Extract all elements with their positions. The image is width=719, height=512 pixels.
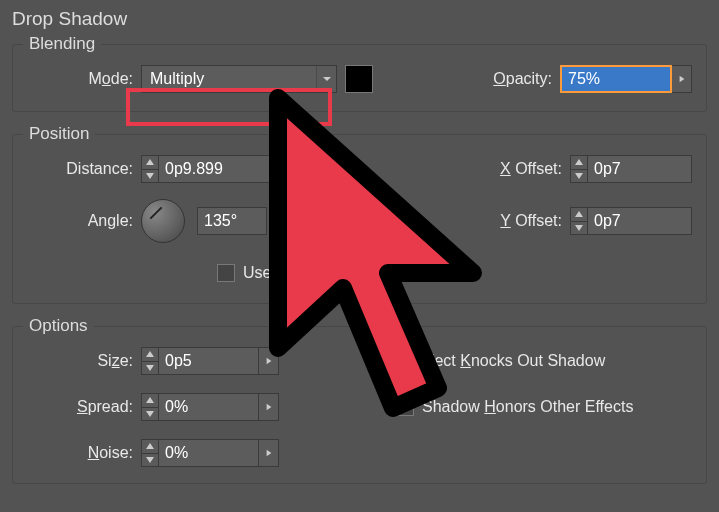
dropdown-arrow-icon (316, 66, 336, 92)
size-spinner[interactable] (141, 347, 159, 375)
distance-field[interactable]: 0p9.899 (141, 155, 279, 183)
xoffset-field[interactable]: 0p7 (570, 155, 692, 183)
position-legend: Position (23, 124, 95, 144)
angle-label: Angle: (27, 212, 133, 230)
position-group: Position Distance: 0p9.899 X Offset: 0p7… (12, 134, 707, 304)
opacity-value[interactable]: 75% (560, 65, 672, 93)
noise-label: Noise: (27, 444, 133, 462)
distance-label: Distance: (27, 160, 133, 178)
drop-shadow-panel: Drop Shadow Blending Mode: Multiply Opac… (0, 0, 719, 492)
options-legend: Options (23, 316, 94, 336)
xoffset-spinner[interactable] (570, 155, 588, 183)
knockout-label: bject Knocks Out Shadow (422, 352, 692, 370)
angle-dial[interactable] (141, 199, 185, 243)
spread-arrow-icon[interactable] (259, 393, 279, 421)
opacity-label: Opacity: (493, 70, 552, 88)
size-field[interactable]: 0p5 (141, 347, 279, 375)
yoffset-label: Y Offset: (500, 212, 562, 230)
options-group: Options Size: 0p5 bject Knocks Out Shado… (12, 326, 707, 484)
blending-legend: Blending (23, 34, 101, 54)
opacity-field[interactable]: 75% (560, 65, 692, 93)
honors-checkbox[interactable] (396, 398, 414, 416)
spread-field[interactable]: 0% (141, 393, 279, 421)
size-label: Size: (27, 352, 133, 370)
color-swatch[interactable] (345, 65, 373, 93)
mode-dropdown[interactable]: Multiply (141, 65, 337, 93)
yoffset-value[interactable]: 0p7 (588, 207, 692, 235)
mode-value: Multiply (142, 70, 316, 88)
yoffset-field[interactable]: 0p7 (570, 207, 692, 235)
size-arrow-icon[interactable] (259, 347, 279, 375)
spread-value[interactable]: 0% (159, 393, 259, 421)
mode-label: Mode: (27, 70, 133, 88)
yoffset-spinner[interactable] (570, 207, 588, 235)
distance-spinner[interactable] (141, 155, 159, 183)
xoffset-label: X Offset: (500, 160, 562, 178)
xoffset-value[interactable]: 0p7 (588, 155, 692, 183)
noise-value[interactable]: 0% (159, 439, 259, 467)
noise-spinner[interactable] (141, 439, 159, 467)
blending-group: Blending Mode: Multiply Opacity: 75% (12, 44, 707, 112)
panel-title: Drop Shadow (12, 8, 707, 30)
use-global-label: Use (243, 264, 271, 282)
spread-spinner[interactable] (141, 393, 159, 421)
noise-arrow-icon[interactable] (259, 439, 279, 467)
use-global-checkbox[interactable] (217, 264, 235, 282)
spread-label: Spread: (27, 398, 133, 416)
distance-value[interactable]: 0p9.899 (159, 155, 279, 183)
size-value[interactable]: 0p5 (159, 347, 259, 375)
honors-label: Shadow Honors Other Effects (422, 398, 692, 416)
opacity-arrow-icon[interactable] (672, 65, 692, 93)
noise-field[interactable]: 0% (141, 439, 279, 467)
angle-value[interactable]: 135° (197, 207, 267, 235)
